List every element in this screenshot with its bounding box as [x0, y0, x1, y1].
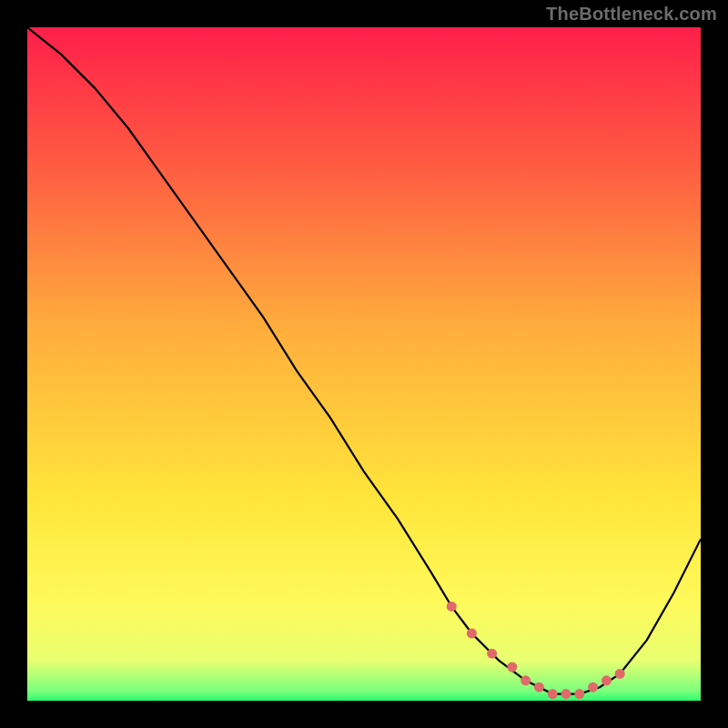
optimal-marker [467, 629, 477, 639]
optimal-marker [447, 602, 457, 612]
curve-layer [27, 27, 701, 701]
optimal-marker [588, 682, 598, 693]
optimal-range-markers [447, 602, 625, 699]
optimal-marker [507, 662, 517, 672]
optimal-marker [615, 669, 625, 679]
optimal-marker [561, 689, 571, 699]
optimal-marker [574, 689, 584, 699]
optimal-marker [534, 682, 544, 693]
optimal-marker [521, 675, 531, 685]
optimal-marker [602, 675, 612, 685]
watermark-text: TheBottleneck.com [546, 4, 717, 25]
optimal-marker [548, 689, 558, 699]
app-frame: TheBottleneck.com [0, 0, 728, 728]
chart-area [27, 27, 701, 701]
optimal-marker [487, 649, 497, 659]
bottleneck-curve [27, 27, 701, 694]
